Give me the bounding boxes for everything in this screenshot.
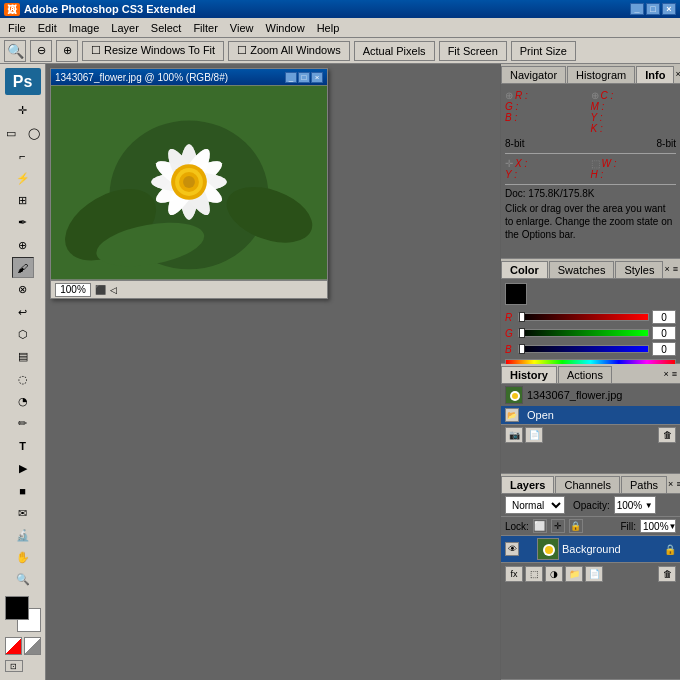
- zoom-in-icon[interactable]: ⊕: [56, 40, 78, 62]
- b-slider-track[interactable]: [518, 345, 649, 353]
- menu-select[interactable]: Select: [145, 20, 188, 36]
- lock-pixels-btn[interactable]: ⬜: [533, 519, 547, 533]
- resize-windows-btn[interactable]: ☐ Resize Windows To Fit: [82, 41, 224, 61]
- menu-image[interactable]: Image: [63, 20, 106, 36]
- tab-swatches[interactable]: Swatches: [549, 261, 615, 278]
- maximize-button[interactable]: □: [646, 3, 660, 15]
- menu-file[interactable]: File: [2, 20, 32, 36]
- tab-histogram[interactable]: Histogram: [567, 66, 635, 83]
- eyedropper2-tool[interactable]: 🔬: [12, 525, 34, 546]
- dodge-tool[interactable]: ◔: [12, 391, 34, 412]
- tab-actions[interactable]: Actions: [558, 366, 612, 383]
- tab-navigator[interactable]: Navigator: [501, 66, 566, 83]
- menu-edit[interactable]: Edit: [32, 20, 63, 36]
- tab-layers[interactable]: Layers: [501, 476, 554, 493]
- brush-tool[interactable]: 🖌: [12, 257, 34, 278]
- close-button[interactable]: ×: [662, 3, 676, 15]
- shape-tool[interactable]: ■: [12, 480, 34, 501]
- panel-close-icon[interactable]: ×: [675, 69, 680, 79]
- quick-mask-btn[interactable]: [5, 637, 22, 655]
- g-slider-value[interactable]: 0: [652, 326, 676, 340]
- crop-tool[interactable]: ⊞: [12, 190, 34, 211]
- r-slider-value[interactable]: 0: [652, 310, 676, 324]
- blend-mode-select[interactable]: Normal: [505, 496, 565, 514]
- layers-panel-menu-icon[interactable]: ≡: [676, 479, 680, 489]
- image-maximize-btn[interactable]: □: [298, 72, 310, 83]
- layer-row-background[interactable]: 👁 Background 🔒: [501, 536, 680, 562]
- eraser-tool[interactable]: ⬡: [12, 324, 34, 345]
- tab-color[interactable]: Color: [501, 261, 548, 278]
- edit-mode-btn[interactable]: [24, 637, 41, 655]
- print-size-btn[interactable]: Print Size: [511, 41, 576, 61]
- layer-mask-btn[interactable]: ⬚: [525, 566, 543, 582]
- lock-all-btn[interactable]: 🔒: [569, 519, 583, 533]
- healing-brush-tool[interactable]: ⊕: [12, 235, 34, 256]
- menu-layer[interactable]: Layer: [105, 20, 145, 36]
- pen-tool[interactable]: ✏: [12, 413, 34, 434]
- clone-stamp-tool[interactable]: ⊗: [12, 279, 34, 300]
- b-slider-value[interactable]: 0: [652, 342, 676, 356]
- history-brush-tool[interactable]: ↩: [12, 302, 34, 323]
- layer-delete-btn[interactable]: 🗑: [658, 566, 676, 582]
- menu-help[interactable]: Help: [311, 20, 346, 36]
- layers-panel-close-icon[interactable]: ×: [668, 479, 673, 489]
- opacity-arrow[interactable]: ▼: [645, 501, 653, 510]
- fg-color-swatch[interactable]: [505, 283, 527, 305]
- notes-tool[interactable]: ✉: [12, 502, 34, 523]
- opacity-input[interactable]: 100% ▼: [614, 496, 656, 514]
- foreground-color-box[interactable]: [5, 596, 29, 620]
- history-new-doc-btn[interactable]: 📄: [525, 427, 543, 443]
- image-minimize-btn[interactable]: _: [285, 72, 297, 83]
- tab-channels[interactable]: Channels: [555, 476, 619, 493]
- fit-screen-btn[interactable]: Fit Screen: [439, 41, 507, 61]
- gradient-tool[interactable]: ▤: [12, 346, 34, 367]
- history-panel-menu-icon[interactable]: ≡: [672, 369, 677, 379]
- fill-arrow[interactable]: ▼: [669, 522, 677, 531]
- history-delete-btn[interactable]: 🗑: [658, 427, 676, 443]
- history-item-file[interactable]: 1343067_flower.jpg: [501, 384, 680, 406]
- menu-view[interactable]: View: [224, 20, 260, 36]
- zoom-tool[interactable]: 🔍: [12, 569, 34, 590]
- magic-wand-tool[interactable]: ⚡: [12, 168, 34, 189]
- zoom-fit-icon[interactable]: ⬛: [95, 285, 106, 295]
- rect-select-tool[interactable]: ▭: [0, 122, 22, 144]
- zoom-out-icon2[interactable]: ◁: [110, 285, 117, 295]
- tab-paths[interactable]: Paths: [621, 476, 667, 493]
- layer-fx-btn[interactable]: fx: [505, 566, 523, 582]
- eyedropper-tool[interactable]: ✒: [12, 212, 34, 233]
- layer-adjustment-btn[interactable]: ◑: [545, 566, 563, 582]
- layer-group-btn[interactable]: 📁: [565, 566, 583, 582]
- screen-mode-btn[interactable]: ⊡: [5, 660, 23, 672]
- g-slider-track[interactable]: [518, 329, 649, 337]
- lock-position-btn[interactable]: ✛: [551, 519, 565, 533]
- zoom-all-windows-btn[interactable]: ☐ Zoom All Windows: [228, 41, 350, 61]
- layer-visibility-eye[interactable]: 👁: [505, 542, 519, 556]
- menu-window[interactable]: Window: [260, 20, 311, 36]
- b-slider-thumb[interactable]: [519, 344, 525, 354]
- actual-pixels-btn[interactable]: Actual Pixels: [354, 41, 435, 61]
- color-panel-menu-icon[interactable]: ≡: [673, 264, 678, 274]
- zoom-out-icon[interactable]: ⊖: [30, 40, 52, 62]
- r-slider-track[interactable]: [518, 313, 649, 321]
- minimize-button[interactable]: _: [630, 3, 644, 15]
- history-item-open[interactable]: 📂 Open: [501, 406, 680, 424]
- zoom-display[interactable]: 100%: [55, 283, 91, 297]
- path-select-tool[interactable]: ▶: [12, 458, 34, 479]
- zoom-tool-icon[interactable]: 🔍: [4, 40, 26, 62]
- r-slider-thumb[interactable]: [519, 312, 525, 322]
- history-snapshot-btn[interactable]: 📷: [505, 427, 523, 443]
- image-close-btn[interactable]: ×: [311, 72, 323, 83]
- color-panel-close-icon[interactable]: ×: [664, 264, 669, 274]
- g-slider-thumb[interactable]: [519, 328, 525, 338]
- layer-new-btn[interactable]: 📄: [585, 566, 603, 582]
- tab-history[interactable]: History: [501, 366, 557, 383]
- hand-tool[interactable]: ✋: [12, 547, 34, 568]
- history-panel-close-icon[interactable]: ×: [663, 369, 668, 379]
- fill-input[interactable]: 100% ▼: [640, 519, 676, 533]
- move-tool[interactable]: ✛: [12, 100, 34, 121]
- menu-filter[interactable]: Filter: [187, 20, 223, 36]
- blur-tool[interactable]: ◌: [12, 368, 34, 389]
- tab-info[interactable]: Info: [636, 66, 674, 83]
- lasso-tool[interactable]: ⌐: [12, 145, 34, 166]
- tab-styles[interactable]: Styles: [615, 261, 663, 278]
